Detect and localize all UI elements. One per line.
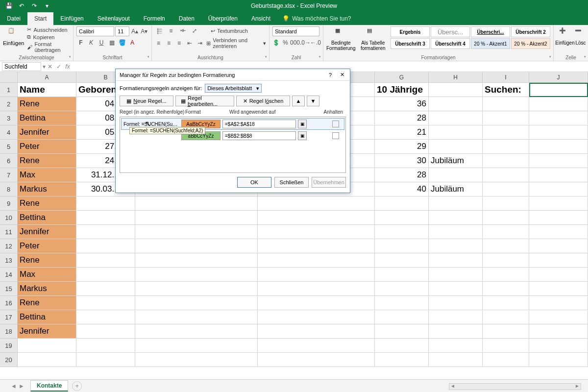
select-all-corner[interactable] [0,72,18,83]
redo-icon[interactable]: ↷ [30,2,38,10]
cell[interactable] [483,154,529,168]
cell[interactable] [429,196,483,211]
sheet-nav-prev[interactable]: ◄ [10,383,18,390]
cell[interactable] [76,196,135,211]
cell[interactable] [258,324,375,339]
cell[interactable]: 36 [375,97,429,111]
add-sheet-button[interactable]: + [72,381,82,391]
cell[interactable] [483,196,529,211]
row-head[interactable]: 7 [0,168,18,182]
tab-layout[interactable]: Seitenlayout [91,12,137,25]
undo-icon[interactable]: ↶ [18,2,25,10]
cell[interactable] [529,154,588,168]
cell[interactable] [529,83,588,97]
cell[interactable] [429,324,483,339]
cell[interactable] [483,182,529,196]
tab-view[interactable]: Ansicht [245,12,277,25]
align-top-button[interactable]: ⬱ [155,26,164,35]
close-button[interactable]: Schließen [274,177,309,188]
move-up-button[interactable]: ▲ [292,96,305,106]
showfor-combo[interactable]: Dieses Arbeitsblatt▾ [205,84,262,93]
col-I[interactable]: I [483,72,529,83]
cancel-formula-button[interactable]: ✕ [46,63,54,70]
dec-decimal-button[interactable]: ←.0 [311,38,320,47]
row-head[interactable]: 1 [0,83,18,97]
wrap-text-button[interactable]: ↩Textumbruch [211,28,248,34]
ok-button[interactable]: OK [237,177,271,188]
cell[interactable] [76,324,135,339]
number-format-select[interactable]: Standard [272,26,319,36]
cell[interactable]: Rene [18,196,76,211]
cell[interactable] [135,282,258,296]
row-head[interactable]: 2 [0,97,18,111]
cell[interactable] [529,268,588,282]
cell[interactable] [429,211,483,225]
cell[interactable] [375,282,429,296]
cell[interactable] [483,111,529,125]
cell[interactable] [529,211,588,225]
cell[interactable] [258,310,375,324]
cell[interactable]: Suchen: [483,83,529,97]
grow-font-button[interactable]: A▴ [130,27,139,36]
cell[interactable]: 28 [375,168,429,182]
cell[interactable] [429,268,483,282]
align-middle-button[interactable]: ≡ [167,26,175,35]
cell[interactable]: Rene [18,97,76,111]
accept-formula-button[interactable]: ✓ [54,63,63,70]
cell[interactable] [375,296,429,310]
cell[interactable]: Jubiläum [429,182,483,196]
font-name-select[interactable]: Calibri [76,26,114,36]
row-head[interactable]: 11 [0,225,18,239]
cell[interactable] [76,310,135,324]
dialog-close-button[interactable]: ✕ [337,71,347,79]
cell[interactable]: Markus [18,182,76,196]
cell[interactable] [483,125,529,140]
row-head[interactable]: 19 [0,339,18,353]
cell[interactable]: Jennifer [18,225,76,239]
italic-button[interactable]: K [87,38,96,47]
row-head[interactable]: 16 [0,296,18,310]
cell[interactable] [529,140,588,154]
name-box[interactable]: Suchfeld [2,62,41,71]
cell[interactable] [483,253,529,268]
cell[interactable] [429,225,483,239]
rule-range-input[interactable]: =$A$2:$A$18 [222,120,296,128]
cell[interactable] [529,324,588,339]
cell[interactable] [135,353,258,367]
cell[interactable] [529,353,588,367]
copy-button[interactable]: ⧉Kopieren [27,34,70,40]
cell[interactable] [258,211,375,225]
cell[interactable] [429,253,483,268]
cell[interactable]: Rene [18,296,76,310]
col-H[interactable]: H [429,72,483,83]
rule-range-input[interactable]: =$B$2:$B$8 [222,131,296,140]
cell[interactable] [258,253,375,268]
move-down-button[interactable]: ▼ [307,96,319,106]
cell[interactable] [258,225,375,239]
cell[interactable] [429,140,483,154]
horizontal-scrollbar[interactable] [449,383,581,390]
cell[interactable] [483,268,529,282]
cell[interactable] [375,324,429,339]
cell[interactable] [375,211,429,225]
comma-button[interactable]: 000 [291,38,299,47]
qat-more-icon[interactable]: ▾ [43,2,51,10]
cell[interactable] [483,239,529,253]
cell[interactable] [76,225,135,239]
cell[interactable] [483,353,529,367]
cell[interactable]: 30 [375,154,429,168]
cell[interactable] [529,196,588,211]
dialog-help-button[interactable]: ? [325,71,335,79]
row-head[interactable]: 14 [0,268,18,282]
save-icon[interactable]: 💾 [5,2,13,10]
range-picker-button[interactable]: ▣ [298,120,307,128]
cell[interactable] [76,282,135,296]
cell[interactable] [529,182,588,196]
styles-gallery[interactable]: Ergebnis Übersc... Überschri... Überschr… [391,26,550,51]
cell[interactable] [529,225,588,239]
tell-me[interactable]: 💡 Was möchten Sie tun? [277,12,356,25]
cell[interactable] [258,353,375,367]
dec-indent-button[interactable]: ⇤ [186,39,193,48]
cell[interactable] [429,97,483,111]
fill-color-button[interactable]: 🪣 [118,38,126,47]
